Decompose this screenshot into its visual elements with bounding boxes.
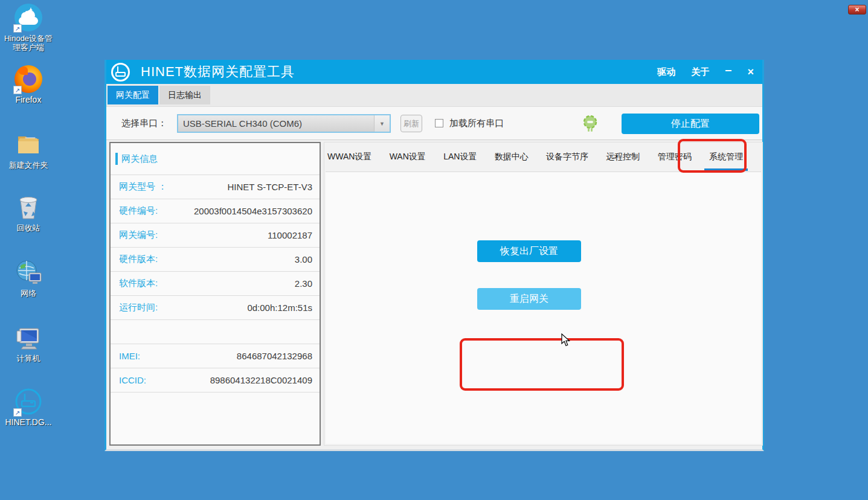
desktop-icon-label: HINET.DG... xyxy=(1,418,56,427)
gateway-info-panel: 网关信息 网关型号 ： HINET S-TCP-ET-V3 硬件编号: 2000… xyxy=(109,142,321,446)
desktop-icon-computer[interactable]: 计算机 xyxy=(1,324,56,363)
serial-port-label: 选择串口： xyxy=(121,118,167,129)
tab-data-center[interactable]: 数据中心 xyxy=(493,148,530,166)
desktop-icon-network[interactable]: 网络 xyxy=(1,258,56,298)
window-title: HINET数据网关配置工具 xyxy=(141,63,295,81)
settings-panel: WWAN设置 WAN设置 LAN设置 数据中心 设备字节序 远程控制 管理密码 … xyxy=(324,142,763,446)
mouse-cursor-icon xyxy=(561,333,570,349)
folder-icon xyxy=(14,130,42,158)
desktop: { "colors": { "desktop_bg": "#3E8DCC", "… xyxy=(0,0,868,500)
info-row-hardware-id: 硬件编号: 20003f0014504e3157303620 xyxy=(111,199,320,223)
chevron-down-icon[interactable]: ▼ xyxy=(374,115,390,132)
app-logo-icon xyxy=(111,63,130,82)
driver-menu-button[interactable]: 驱动 xyxy=(657,66,675,78)
info-row-uptime: 运行时间: 0d:00h:12m:51s xyxy=(111,295,320,319)
main-tab-bar: 网关配置 日志输出 xyxy=(106,84,762,107)
computer-icon xyxy=(14,324,42,351)
stop-config-button[interactable]: 停止配置 xyxy=(622,114,759,134)
restart-gateway-button[interactable]: 重启网关 xyxy=(477,288,581,310)
shortcut-arrow-icon: ↗ xyxy=(13,24,22,33)
shortcut-arrow-icon: ↗ xyxy=(13,408,22,417)
about-menu-button[interactable]: 关于 xyxy=(691,66,709,78)
desktop-icon-hinode-client[interactable]: ↗ Hinode设备管理客户端 xyxy=(1,4,56,52)
gateway-info-title: 网关信息 xyxy=(121,153,158,165)
minimize-button[interactable]: – xyxy=(725,66,731,77)
tab-admin-password[interactable]: 管理密码 xyxy=(657,148,693,166)
desktop-icon-label: 新建文件夹 xyxy=(1,161,56,170)
serial-port-select[interactable]: USB-SERIAL CH340 (COM6) ▼ xyxy=(177,114,391,133)
refresh-button[interactable]: 刷新 xyxy=(400,115,422,132)
annotation-box-restart-button xyxy=(460,338,624,391)
info-row-empty xyxy=(111,319,320,344)
hinet-dg-icon: ↗ xyxy=(14,388,42,415)
info-row-imei: IMEI: 864687042132968 xyxy=(111,344,320,368)
toolbar: 选择串口： USB-SERIAL CH340 (COM6) ▼ 刷新 加载所有串… xyxy=(106,107,762,140)
tab-system-management[interactable]: 系统管理 xyxy=(708,148,744,166)
info-row-software-version: 软件版本: 2.30 xyxy=(111,271,320,295)
info-row-model: 网关型号 ： HINET S-TCP-ET-V3 xyxy=(111,175,320,199)
desktop-icon-hinet-dg[interactable]: ↗ HINET.DG... xyxy=(1,388,56,427)
info-row-filler xyxy=(111,392,320,416)
window-content: 网关信息 网关型号 ： HINET S-TCP-ET-V3 硬件编号: 2000… xyxy=(106,140,762,449)
tab-wwan-settings[interactable]: WWAN设置 xyxy=(326,148,373,166)
tab-lan-settings[interactable]: LAN设置 xyxy=(442,148,478,166)
info-row-gateway-id: 网关编号: 110002187 xyxy=(111,223,320,247)
load-all-ports-label: 加载所有串口 xyxy=(449,118,504,129)
desktop-icon-firefox[interactable]: ↗ Firefox xyxy=(1,65,56,104)
info-row-hardware-version: 硬件版本: 3.00 xyxy=(111,247,320,271)
titlebar[interactable]: HINET数据网关配置工具 驱动 关于 – × xyxy=(106,60,762,84)
tab-gateway-config[interactable]: 网关配置 xyxy=(108,86,158,104)
tab-wan-settings[interactable]: WAN设置 xyxy=(388,148,427,166)
shortcut-arrow-icon: ↗ xyxy=(13,86,22,94)
app-window: HINET数据网关配置工具 驱动 关于 – × 网关配置 日志输出 选择串口： … xyxy=(104,60,764,451)
network-icon xyxy=(14,258,42,286)
desktop-icon-label: 计算机 xyxy=(1,354,56,363)
system-management-pane: 恢复出厂设置 重启网关 xyxy=(326,171,761,444)
desktop-icon-label: 网络 xyxy=(1,289,56,298)
window-close-button[interactable]: × xyxy=(747,66,754,79)
header-accent-bar xyxy=(115,153,118,165)
desktop-icon-new-folder[interactable]: 新建文件夹 xyxy=(1,130,56,170)
info-row-iccid: ICCID: 898604132218C0021409 xyxy=(111,368,320,392)
factory-reset-button[interactable]: 恢复出厂设置 xyxy=(477,240,581,262)
android-status-icon xyxy=(583,115,597,132)
tab-log-output[interactable]: 日志输出 xyxy=(159,86,210,104)
load-all-ports-checkbox[interactable] xyxy=(435,119,443,127)
settings-tab-bar: WWAN设置 WAN设置 LAN设置 数据中心 设备字节序 远程控制 管理密码 … xyxy=(324,143,762,171)
firefox-icon: ↗ xyxy=(14,65,42,93)
desktop-icon-label: 回收站 xyxy=(1,223,56,232)
desktop-icon-recycle-bin[interactable]: 回收站 xyxy=(1,193,56,232)
hinode-client-icon: ↗ xyxy=(14,4,42,31)
desktop-icon-label: Firefox xyxy=(1,95,56,104)
tab-byte-order[interactable]: 设备字节序 xyxy=(545,148,590,166)
screen-close-button[interactable]: × xyxy=(848,5,866,14)
recycle-bin-icon xyxy=(14,193,42,221)
desktop-icon-label: Hinode设备管理客户端 xyxy=(1,34,56,52)
tab-remote-control[interactable]: 远程控制 xyxy=(605,148,641,166)
serial-port-value: USB-SERIAL CH340 (COM6) xyxy=(178,115,374,132)
